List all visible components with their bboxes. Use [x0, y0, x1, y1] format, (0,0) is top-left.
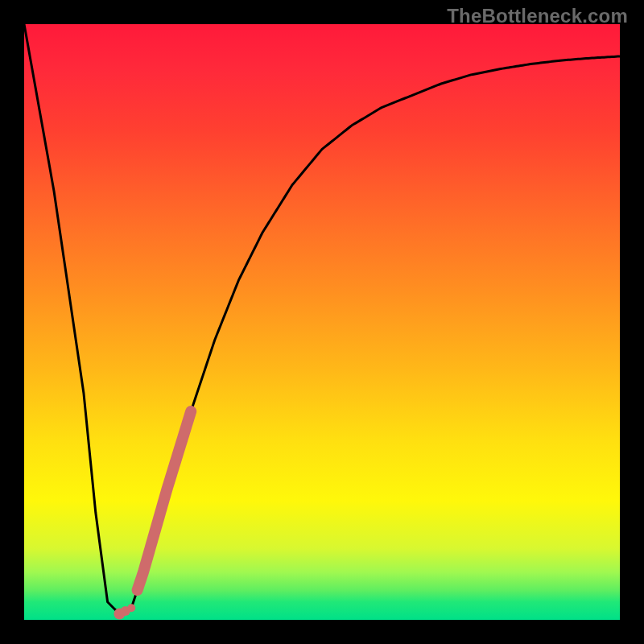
bottleneck-curve: [24, 24, 620, 614]
highlight-dots: [114, 604, 135, 619]
chart-container: TheBottleneck.com: [0, 0, 644, 644]
plot-area: [24, 24, 620, 620]
highlight-dot: [127, 604, 135, 612]
highlight-band: [138, 411, 192, 590]
curve-svg: [24, 24, 620, 620]
